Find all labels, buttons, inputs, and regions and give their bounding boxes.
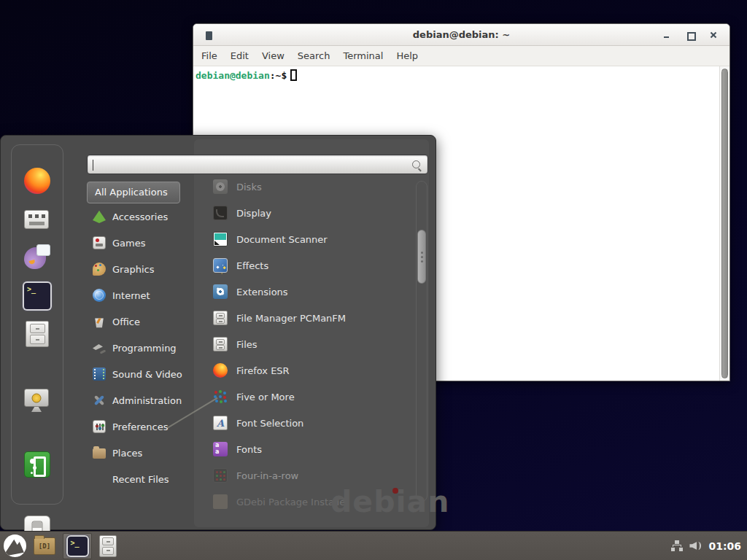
category-recent-files[interactable]: Recent Files [87, 466, 204, 492]
font-selection-icon: A [213, 416, 228, 430]
network-icon[interactable] [671, 540, 683, 551]
file-manager-launcher[interactable]: [D] [34, 537, 55, 555]
display-icon [213, 206, 228, 220]
sound-video-icon [93, 368, 106, 381]
control-panel-shortcut-icon[interactable] [24, 206, 50, 233]
volume-icon[interactable] [689, 540, 702, 551]
app-item-font-selection[interactable]: AFont Selection [207, 410, 416, 436]
terminal-scrollbar[interactable] [719, 66, 729, 381]
clock: 01:06 [708, 540, 741, 552]
taskbar-files-task[interactable] [99, 535, 117, 557]
terminal-task-icon: >_ [68, 537, 88, 556]
app-item-five-or-more[interactable]: Five or More [207, 384, 416, 410]
category-programming[interactable]: Programming [87, 335, 204, 361]
maximize-button[interactable] [684, 29, 696, 41]
internet-icon [93, 289, 106, 302]
extensions-icon [213, 284, 228, 299]
terminal-window-icon [206, 31, 212, 40]
control-panel-icon [24, 210, 49, 229]
taskbar-terminal-task[interactable]: >_ [63, 533, 92, 559]
terminal-menubar: File Edit View Search Terminal Help [193, 46, 729, 66]
category-all-applications[interactable]: All Applications [87, 182, 180, 203]
effects-icon [213, 258, 228, 273]
app-item-files[interactable]: Files [207, 331, 416, 357]
folder-label: [D] [39, 542, 50, 550]
app-list-scrollbar[interactable] [416, 181, 427, 502]
logout-shortcut-icon[interactable] [24, 451, 50, 478]
disks-icon [213, 179, 228, 194]
menu-file[interactable]: File [195, 50, 224, 61]
category-administration[interactable]: Administration [87, 387, 204, 413]
accessories-icon [93, 210, 106, 223]
app-item-disks[interactable]: Disks [207, 174, 416, 200]
category-games[interactable]: Games [87, 230, 204, 256]
debian-watermark: debian [330, 484, 449, 519]
firefox-shortcut-icon[interactable] [24, 168, 50, 194]
taskbar: [D] >_ 01:06 [0, 531, 747, 560]
category-graphics[interactable]: Graphics [87, 256, 204, 282]
terminal-shortcut-icon[interactable]: >_ [24, 283, 50, 309]
menu-help[interactable]: Help [390, 50, 425, 61]
app-item-file-manager-pcmanfm[interactable]: File Manager PCManFM [207, 305, 416, 331]
menu-search[interactable]: Search [291, 50, 337, 61]
category-list: Accessories Games Graphics Internet Offi… [87, 203, 204, 492]
firefox-esr-icon [213, 363, 228, 378]
graphics-icon [93, 262, 106, 276]
app-item-effects[interactable]: Effects [207, 252, 416, 279]
search-input[interactable] [88, 155, 427, 174]
app-list: Disks Display Document Scanner Effects E… [207, 174, 416, 515]
five-or-more-icon [213, 389, 228, 404]
shell-prompt: debian@debian:~$ [193, 66, 729, 81]
terminal-scrollbar-thumb[interactable] [721, 69, 728, 378]
app-item-display[interactable]: Display [207, 200, 416, 226]
games-icon [93, 236, 106, 249]
pidgin-icon [24, 247, 46, 269]
category-places[interactable]: Places [87, 440, 204, 466]
menu-view[interactable]: View [255, 50, 291, 61]
menu-terminal[interactable]: Terminal [336, 50, 390, 61]
app-list-scrollbar-thumb[interactable] [417, 230, 426, 284]
category-office[interactable]: Office [87, 308, 204, 335]
file-manager-shortcut-icon[interactable] [26, 321, 49, 347]
four-in-a-row-icon [213, 468, 228, 483]
close-button[interactable] [708, 29, 719, 41]
terminal-titlebar[interactable]: debian@debian: ~ [193, 24, 729, 46]
watermark-red-dot [392, 488, 398, 494]
category-accessories[interactable]: Accessories [87, 203, 204, 230]
administration-icon [93, 394, 106, 407]
app-item-fonts[interactable]: a a a aFonts [207, 436, 416, 462]
app-item-extensions[interactable]: Extensions [207, 279, 416, 305]
search-icon [411, 160, 422, 170]
programming-icon [93, 341, 106, 354]
terminal-glyph: >_ [24, 283, 36, 293]
minimize-button[interactable] [661, 29, 673, 41]
fonts-icon: a a a a [213, 442, 228, 456]
prompt-path: :~$ [270, 70, 287, 81]
screensaver-icon [24, 389, 49, 407]
search-box[interactable] [87, 155, 428, 174]
terminal-title: debian@debian: ~ [193, 29, 729, 40]
gdebi-icon [213, 494, 228, 509]
preferences-icon [93, 420, 106, 433]
menu-edit[interactable]: Edit [224, 50, 255, 61]
prompt-user: debian@debian [196, 70, 270, 81]
menu-launcher-button[interactable] [4, 534, 26, 557]
office-icon [93, 315, 106, 328]
app-item-firefox-esr[interactable]: Firefox ESR [207, 357, 416, 384]
files-icon [213, 337, 228, 351]
places-icon [93, 448, 106, 459]
category-internet[interactable]: Internet [87, 282, 204, 308]
document-scanner-icon [213, 232, 228, 246]
category-sound-video[interactable]: Sound & Video [87, 361, 204, 387]
app-item-document-scanner[interactable]: Document Scanner [207, 226, 416, 252]
terminal-cursor [290, 69, 297, 81]
pidgin-shortcut-icon[interactable] [24, 245, 50, 271]
application-menu: >_ All Applications Accessories Games Gr… [0, 135, 436, 530]
favorites-column: >_ [11, 144, 63, 505]
screensaver-shortcut-icon[interactable] [24, 387, 50, 413]
file-manager-pcmanfm-icon [213, 311, 228, 325]
